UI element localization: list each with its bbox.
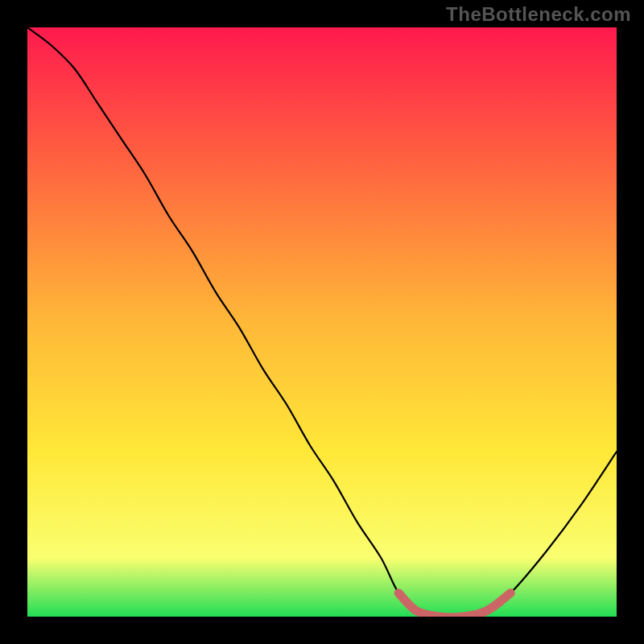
watermark-text: TheBottleneck.com bbox=[446, 3, 631, 26]
plot-area bbox=[27, 27, 617, 617]
chart-frame: TheBottleneck.com bbox=[0, 0, 644, 644]
highlight-segment bbox=[27, 27, 617, 617]
